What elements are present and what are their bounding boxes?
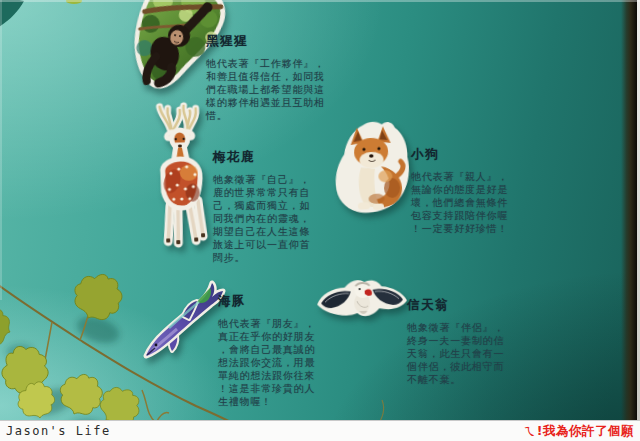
exhibit-section-dolphin: 海豚 牠代表著『朋友』， 真正在乎你的好朋友 ，會將自己最真誠的 想法跟你交流，…	[218, 293, 315, 408]
exhibit-wall-photo: 黑猩猩 牠代表著『工作夥伴』， 和善且值得信任，如同我 們在職場上都希望能與這 …	[0, 0, 640, 441]
description-line: 們在職場上都希望能與這	[206, 83, 325, 96]
description-line: 期望自己在人生這條	[213, 225, 310, 238]
animal-title: 梅花鹿	[213, 149, 310, 166]
description-line: 牠象徵著『伴侶』，	[407, 321, 504, 334]
description-line: ！這是非常珍貴的人	[218, 382, 315, 395]
description-line: 闊步。	[213, 251, 310, 264]
wall-corner-edge	[621, 0, 637, 420]
animal-title: 信天翁	[407, 297, 504, 314]
description-line: 牠象徵著『自己』，	[213, 173, 310, 186]
description-line: 牠代表著『親人』，	[411, 170, 508, 183]
description-line: ！一定要好好珍惜！	[411, 222, 508, 235]
deer-sticker	[144, 100, 217, 252]
description-line: 壞，他們總會無條件	[411, 196, 508, 209]
description-line: 和善且值得信任，如同我	[206, 70, 325, 83]
exhibit-section-albatross: 信天翁 牠象徵著『伴侶』， 終身一夫一妻制的信 天翁，此生只會有一 個伴侶，彼此…	[407, 297, 504, 386]
exhibit-section-puppy: 小狗 牠代表著『親人』， 無論你的態度是好是 壞，他們總會無條件 包容支持跟陪伴…	[411, 146, 508, 235]
watermark-bar: Jason's Life ㄟ!我為你許了個願	[0, 420, 640, 441]
description-line: 樣的夥伴相遇並且互助相	[206, 96, 325, 109]
description-line: 包容支持跟陪伴你喔	[411, 209, 508, 222]
blog-watermark: Jason's Life	[6, 424, 111, 438]
description-line: 惜。	[206, 109, 325, 122]
exhibit-section-sika-deer: 梅花鹿 牠象徵著『自己』， 鹿的世界常常只有自 己，獨處而獨立，如 同我們內在的…	[213, 149, 310, 264]
animal-title: 黑猩猩	[206, 33, 325, 50]
description-line: 真正在乎你的好朋友	[218, 330, 315, 343]
description-line: 己，獨處而獨立，如	[213, 199, 310, 212]
albatross-sticker	[312, 273, 412, 326]
description-line: 不離不棄。	[407, 373, 504, 386]
description-line: ，會將自己最真誠的	[218, 343, 315, 356]
description-line: 無論你的態度是好是	[411, 183, 508, 196]
description-line: 牠代表著『工作夥伴』，	[206, 57, 325, 70]
description-line: 生禮物喔！	[218, 395, 315, 408]
corner-leaf-icon	[0, 0, 100, 40]
dolphin-sticker	[139, 276, 229, 364]
description-line: 天翁，此生只會有一	[407, 347, 504, 360]
description-line: 同我們內在的靈魂，	[213, 212, 310, 225]
animal-title: 海豚	[218, 293, 315, 310]
description-line: 個伴侶，彼此相守而	[407, 360, 504, 373]
description-line: 想法跟你交流，用最	[218, 356, 315, 369]
exhibit-section-chimpanzee: 黑猩猩 牠代表著『工作夥伴』， 和善且值得信任，如同我 們在職場上都希望能與這 …	[206, 33, 325, 122]
photo-top-edge	[0, 0, 640, 2]
dog-sticker	[326, 117, 415, 221]
description-line: 終身一夫一妻制的信	[407, 334, 504, 347]
description-line: 單純的想法跟你往來	[218, 369, 315, 382]
caption-watermark: ㄟ!我為你許了個願	[524, 423, 634, 440]
description-line: 牠代表著『朋友』，	[218, 317, 315, 330]
description-line: 旅途上可以一直仰首	[213, 238, 310, 251]
animal-title: 小狗	[411, 146, 508, 163]
description-line: 鹿的世界常常只有自	[213, 186, 310, 199]
photo-left-edge	[0, 0, 2, 300]
